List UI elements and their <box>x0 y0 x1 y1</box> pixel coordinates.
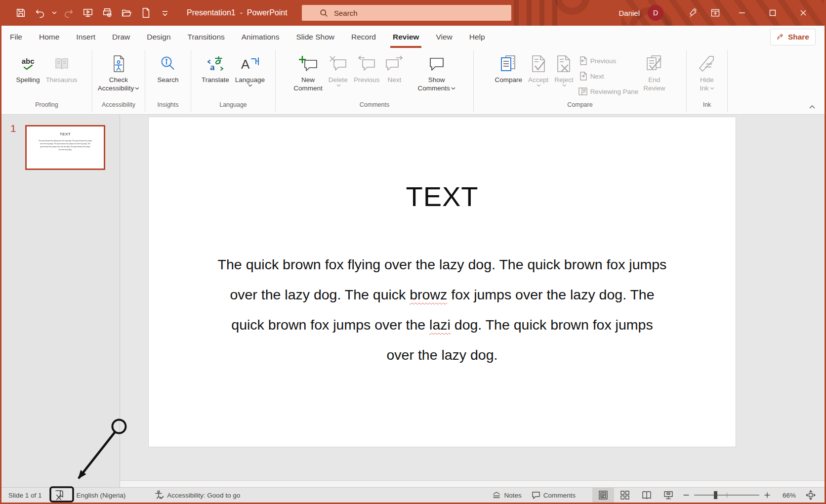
status-bar-right: Notes Comments <box>487 488 825 503</box>
previous-comment-icon <box>358 52 375 76</box>
check-accessibility-button[interactable]: Check Accessibility <box>95 50 143 92</box>
zoom-level[interactable]: 66% <box>775 492 796 499</box>
slide-thumbnail-preview: TEXT The quick brown fox flying over the… <box>27 126 104 168</box>
search-box[interactable]: Search <box>302 5 511 21</box>
tab-record[interactable]: Record <box>343 26 384 48</box>
tab-transitions[interactable]: Transitions <box>179 26 233 48</box>
notes-button[interactable]: Notes <box>487 488 526 503</box>
new-file-icon[interactable] <box>138 5 153 20</box>
language-indicator[interactable]: English (Nigeria) <box>72 488 131 503</box>
close-button[interactable] <box>788 0 819 26</box>
start-from-beginning-icon[interactable] <box>81 5 95 20</box>
tab-animations[interactable]: Animations <box>233 26 288 48</box>
slide-show-button[interactable] <box>658 488 679 503</box>
group-insights: Search Insights <box>145 48 191 114</box>
slide-canvas[interactable]: TEXT The quick brown fox flying over the… <box>148 117 736 447</box>
accessibility-status[interactable]: Accessibility: Good to go <box>149 488 245 503</box>
check-accessibility-icon <box>111 52 126 76</box>
minimize-button[interactable] <box>727 0 757 26</box>
tab-home[interactable]: Home <box>31 26 68 48</box>
spelling-button[interactable]: abc Spelling <box>13 50 43 84</box>
slide-indicator[interactable]: Slide 1 of 1 <box>1 488 47 503</box>
undo-icon[interactable] <box>33 5 47 20</box>
undo-dropdown-icon[interactable] <box>52 11 57 15</box>
tab-draw[interactable]: Draw <box>104 26 138 48</box>
smart-search-button[interactable]: Search <box>155 50 182 84</box>
compare-button[interactable]: Compare <box>492 50 526 84</box>
zoom-slider-midpoint <box>727 493 727 498</box>
title-bar: Presentation1 - PowerPoint Search Daniel… <box>1 0 825 26</box>
paragraph-line: over the lazy dog. The quick browz fox j… <box>196 280 689 310</box>
spell-check-icon <box>54 490 65 501</box>
zoom-slider[interactable] <box>694 495 759 496</box>
next-change-button: Next <box>577 70 641 83</box>
zoom-slider-thumb[interactable] <box>714 491 717 499</box>
slide-thumbnail-panel: 1 TEXT The quick brown fox flying over t… <box>1 115 120 487</box>
collapse-ribbon-icon[interactable] <box>807 102 818 111</box>
tab-design[interactable]: Design <box>138 26 179 48</box>
zoom-in-icon[interactable] <box>764 492 770 498</box>
hide-ink-icon <box>699 52 715 76</box>
whats-new-icon[interactable] <box>681 0 704 26</box>
spelling-icon: abc <box>22 52 35 76</box>
normal-view-button[interactable] <box>592 488 614 503</box>
thumbnail-title: TEXT <box>27 132 104 136</box>
translate-icon: a <box>207 52 224 76</box>
tab-view[interactable]: View <box>427 26 460 48</box>
avatar[interactable]: D <box>648 5 663 21</box>
tab-review[interactable]: Review <box>384 26 427 48</box>
group-accessibility: Check Accessibility Accessibility <box>92 48 145 114</box>
slide-thumbnail[interactable]: TEXT The quick brown fox flying over the… <box>25 125 105 170</box>
tab-slide-show[interactable]: Slide Show <box>288 26 343 48</box>
fit-slide-to-window-icon[interactable] <box>806 490 816 500</box>
comments-button[interactable]: Comments <box>527 488 580 503</box>
quick-print-icon[interactable] <box>100 5 115 20</box>
text-run: dog. The quick brown fox jumps <box>66 146 90 148</box>
thumbnail-paragraph: The quick brown fox flying over the lazy… <box>27 139 104 151</box>
share-icon <box>777 33 785 41</box>
show-comments-button[interactable]: Show Comments <box>414 50 458 92</box>
reject-icon <box>555 52 572 76</box>
notes-icon <box>492 491 501 499</box>
hide-ink-button: Hide Ink <box>696 50 718 92</box>
powerpoint-window: Presentation1 - PowerPoint Search Daniel… <box>0 0 826 504</box>
reviewing-pane-button: Reviewing Pane <box>577 85 641 98</box>
text-run: fox jumps over the lazy dog. The <box>447 287 654 302</box>
share-button[interactable]: Share <box>770 29 816 45</box>
open-file-icon[interactable] <box>119 5 134 20</box>
save-icon[interactable] <box>13 5 28 20</box>
tab-help[interactable]: Help <box>461 26 494 48</box>
reject-button: Reject <box>551 50 576 87</box>
text-run: over the lazy dog. <box>387 347 498 363</box>
text-run: quick brown fox jumps over the <box>231 317 429 333</box>
zoom-out-icon[interactable] <box>683 492 689 498</box>
spell-check-button[interactable] <box>47 488 72 503</box>
compare-icon <box>500 52 517 76</box>
previous-comment-button: Previous <box>351 50 383 84</box>
group-ink: Hide Ink Ink <box>687 48 727 114</box>
ribbon-display-options-icon[interactable] <box>704 0 727 26</box>
maximize-button[interactable] <box>757 0 788 26</box>
tab-insert[interactable]: Insert <box>68 26 104 48</box>
language-button[interactable]: A Language <box>232 50 268 87</box>
reading-view-icon <box>642 491 652 500</box>
slide-show-icon <box>663 491 673 500</box>
slide-title[interactable]: TEXT <box>149 180 736 212</box>
horizontal-scrollbar[interactable] <box>120 480 825 487</box>
text-run: over the lazy dog. The quick <box>230 287 410 302</box>
accept-button: Accept <box>525 50 551 87</box>
user-name[interactable]: Daniel <box>619 9 640 17</box>
text-run: The quick brown fox flying over the lazy… <box>218 256 667 272</box>
translate-button[interactable]: a Translate <box>199 50 232 84</box>
search-icon <box>320 9 328 17</box>
reading-view-button[interactable] <box>636 488 658 503</box>
paragraph-line: quick brown fox jumps over the lazi dog.… <box>196 310 689 340</box>
slide-body-text[interactable]: The quick brown fox flying over the lazy… <box>196 250 689 370</box>
group-compare: Compare Accept Reject <box>474 48 686 114</box>
search-placeholder: Search <box>334 9 358 17</box>
new-comment-button[interactable]: New Comment <box>290 50 326 92</box>
group-label-accessibility: Accessibility <box>92 101 145 114</box>
tab-file[interactable]: File <box>1 26 31 48</box>
slide-sorter-view-button[interactable] <box>614 488 636 503</box>
customize-qat-icon[interactable] <box>158 5 172 20</box>
